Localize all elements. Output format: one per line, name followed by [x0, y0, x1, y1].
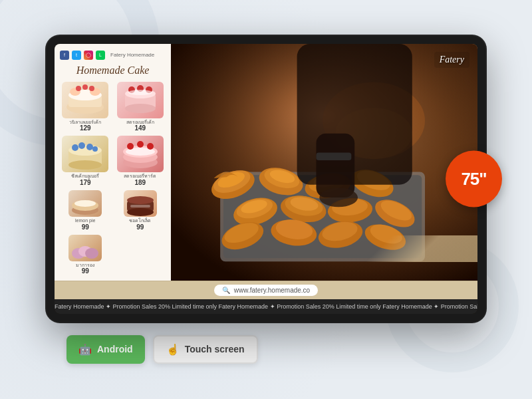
line-icon[interactable]: L — [96, 51, 105, 60]
cake-price-6: 99 — [136, 223, 144, 231]
svg-point-31 — [74, 200, 96, 207]
bakery-background-photo: Fatery — [171, 44, 477, 281]
touch-screen-button[interactable]: ☝ Touch screen — [153, 335, 258, 364]
cake-name-7: มาการอง — [76, 263, 94, 268]
cake-image-7 — [68, 235, 102, 261]
cake-price-2: 149 — [134, 124, 146, 132]
menu-title: Homemade Cake — [60, 64, 166, 76]
svg-point-6 — [89, 86, 94, 91]
svg-point-26 — [127, 143, 134, 150]
search-icon: 🔍 — [222, 287, 230, 294]
brand-logo: Fatery — [434, 52, 469, 68]
cake-item-3[interactable]: ชีสเค้กบลูเบอรี่ 179 — [60, 136, 111, 186]
wave-decoration — [344, 235, 477, 262]
cake-image-4 — [117, 136, 164, 172]
svg-rect-35 — [130, 205, 150, 207]
main-wrapper: 75" f t ◯ L Fatery Homemade Homemade Cak… — [47, 36, 485, 364]
android-button-label: Android — [97, 344, 133, 354]
touch-button-label: Touch screen — [185, 344, 245, 354]
cake-grid: วนิลาเลเยอร์เค้ก 129 — [60, 82, 166, 275]
cake-name-6: ชอคโกเล็ต — [129, 218, 151, 223]
svg-point-34 — [127, 208, 154, 216]
cake-name-3: ชีสเค้กบลูเบอรี่ — [71, 174, 99, 179]
svg-point-28 — [147, 143, 154, 150]
svg-point-10 — [125, 104, 156, 113]
social-icons-row: f t ◯ L Fatery Homemade — [60, 51, 166, 60]
cake-name-5: lemon pie — [75, 218, 95, 223]
instagram-icon[interactable]: ◯ — [84, 51, 93, 60]
svg-point-20 — [86, 144, 93, 150]
cake-item-1[interactable]: วนิลาเลเยอร์เค้ก 129 — [60, 82, 111, 132]
ticker-content: Fatery Homemade ✦ Promotion Sales 20% Li… — [55, 303, 477, 310]
address-bar-inner[interactable]: 🔍 www.fatery.homemade.co — [214, 285, 318, 296]
brand-name-small: Fatery Homemade — [110, 52, 154, 58]
cake-price-1: 129 — [80, 124, 91, 132]
address-bar: 🔍 www.fatery.homemade.co — [55, 281, 477, 299]
cake-item-4[interactable]: สตรอเบอรี่ทาร์ต 189 — [115, 136, 166, 186]
android-button[interactable]: 🤖 Android — [66, 335, 145, 364]
svg-point-27 — [137, 141, 144, 148]
url-display: www.fatery.homemade.co — [234, 287, 310, 294]
cake-name-4: สตรอเบอรี่ทาร์ต — [124, 174, 156, 179]
ticker-item-1: Fatery Homemade ✦ Promotion Sales 20% Li… — [55, 303, 477, 310]
twitter-icon[interactable]: t — [72, 51, 81, 60]
ticker-bar: Fatery Homemade ✦ Promotion Sales 20% Li… — [55, 299, 477, 314]
left-menu-panel: f t ◯ L Fatery Homemade Homemade Cake — [55, 44, 171, 281]
svg-point-38 — [85, 248, 98, 259]
svg-point-5 — [76, 86, 81, 91]
svg-point-33 — [127, 196, 154, 204]
svg-point-14 — [128, 90, 152, 95]
cake-name-2: สตรอเบอรี่เค้ก — [126, 120, 154, 125]
cake-image-1 — [62, 82, 108, 118]
tv-frame: 75" f t ◯ L Fatery Homemade Homemade Cak… — [47, 36, 485, 322]
cake-image-2 — [117, 82, 164, 118]
cake-price-5: 99 — [82, 223, 89, 231]
cake-price-3: 179 — [80, 179, 91, 186]
bottom-buttons: 🤖 Android ☝ Touch screen — [47, 335, 258, 364]
size-badge: 75" — [446, 150, 502, 207]
cake-image-5 — [68, 190, 102, 217]
cake-item-6[interactable]: ชอคโกเล็ต 99 — [115, 190, 166, 231]
cake-item-2[interactable]: สตรอเบอรี่เค้ก 149 — [115, 82, 166, 132]
svg-rect-77 — [316, 152, 351, 160]
svg-point-18 — [72, 144, 78, 151]
svg-point-21 — [92, 146, 98, 152]
cake-name-1: วนิลาเลเยอร์เค้ก — [69, 120, 101, 125]
cake-item-5[interactable]: lemon pie 99 — [60, 190, 111, 231]
cake-price-4: 189 — [134, 179, 146, 186]
svg-point-19 — [78, 142, 85, 149]
cake-image-6 — [124, 190, 157, 217]
right-photo-panel: Fatery — [171, 44, 477, 281]
svg-point-7 — [82, 84, 88, 90]
svg-point-76 — [319, 188, 358, 207]
screen-content: f t ◯ L Fatery Homemade Homemade Cake — [55, 44, 477, 281]
android-icon: 🤖 — [78, 343, 92, 356]
cake-item-7[interactable]: มาการอง 99 — [60, 235, 111, 275]
touch-icon: ☝ — [166, 343, 180, 356]
cake-price-7: 99 — [82, 267, 89, 275]
facebook-icon[interactable]: f — [60, 51, 69, 60]
svg-rect-75 — [316, 133, 354, 197]
tv-screen: f t ◯ L Fatery Homemade Homemade Cake — [55, 44, 477, 314]
cake-image-3 — [62, 136, 108, 172]
svg-point-17 — [68, 160, 102, 170]
